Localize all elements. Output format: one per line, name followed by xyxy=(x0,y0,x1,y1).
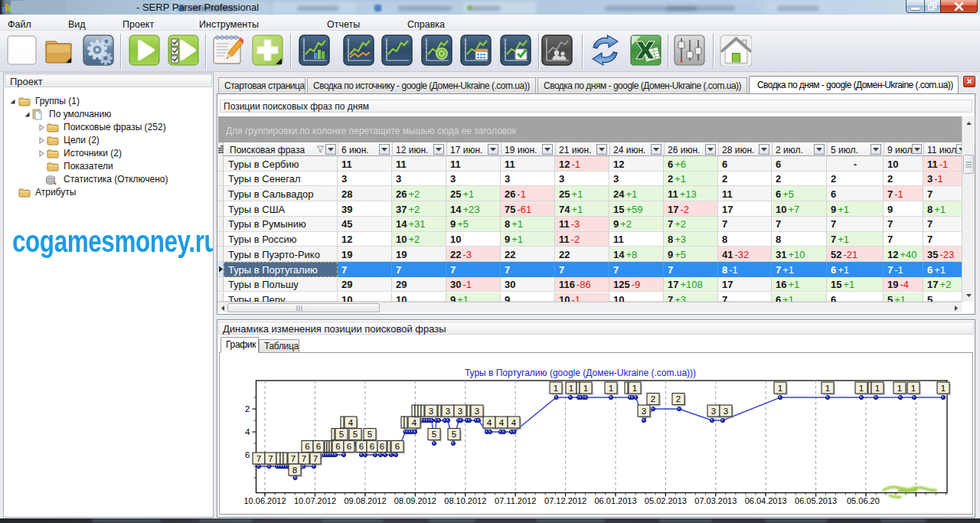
svg-text:08.10.2012: 08.10.2012 xyxy=(444,496,486,505)
svg-text:3: 3 xyxy=(711,407,716,416)
svg-text:5: 5 xyxy=(339,430,344,439)
svg-text:06.05.2013: 06.05.2013 xyxy=(795,496,837,505)
svg-text:1: 1 xyxy=(554,384,558,393)
svg-text:4: 4 xyxy=(511,418,517,427)
svg-text:5: 5 xyxy=(353,430,358,439)
svg-text:2: 2 xyxy=(651,394,655,404)
svg-text:3: 3 xyxy=(458,407,462,416)
svg-text:8: 8 xyxy=(292,466,297,475)
svg-text:1: 1 xyxy=(778,384,782,393)
svg-text:1: 1 xyxy=(583,384,588,393)
svg-text:4: 4 xyxy=(245,427,250,436)
svg-text:05.06.20: 05.06.20 xyxy=(847,496,880,505)
svg-text:6: 6 xyxy=(395,442,400,451)
svg-text:5: 5 xyxy=(368,430,372,439)
svg-text:05.02.2013: 05.02.2013 xyxy=(645,496,687,505)
svg-text:6: 6 xyxy=(305,442,309,451)
svg-text:1: 1 xyxy=(825,384,830,393)
svg-text:3: 3 xyxy=(429,407,433,416)
svg-text:1: 1 xyxy=(859,384,864,393)
svg-text:5: 5 xyxy=(452,430,456,439)
svg-text:1: 1 xyxy=(632,384,637,393)
svg-text:06.01.2013: 06.01.2013 xyxy=(594,496,636,505)
svg-text:5: 5 xyxy=(432,430,436,439)
svg-text:6: 6 xyxy=(335,442,340,451)
svg-text:6: 6 xyxy=(347,442,351,451)
svg-text:1: 1 xyxy=(911,384,916,393)
svg-text:6: 6 xyxy=(316,442,321,451)
svg-text:07.03.2013: 07.03.2013 xyxy=(694,496,737,505)
svg-text:3: 3 xyxy=(724,407,728,416)
svg-text:7: 7 xyxy=(291,454,296,463)
svg-text:7: 7 xyxy=(302,454,306,463)
svg-text:1: 1 xyxy=(941,384,946,393)
svg-text:10.07.2012: 10.07.2012 xyxy=(294,496,336,505)
svg-text:07.11.2012: 07.11.2012 xyxy=(495,496,536,505)
svg-text:06.04.2013: 06.04.2013 xyxy=(745,496,787,505)
svg-text:4: 4 xyxy=(499,418,505,427)
svg-text:6: 6 xyxy=(370,442,374,451)
svg-text:2: 2 xyxy=(245,404,250,413)
svg-text:6: 6 xyxy=(380,442,384,451)
svg-text:09.08.2012: 09.08.2012 xyxy=(344,496,386,505)
svg-text:4: 4 xyxy=(487,418,492,427)
svg-text:1: 1 xyxy=(609,384,613,393)
svg-text:10.06.2012: 10.06.2012 xyxy=(243,496,286,505)
svg-text:3: 3 xyxy=(475,407,479,416)
svg-text:1: 1 xyxy=(897,384,902,393)
svg-text:7: 7 xyxy=(268,454,273,463)
svg-text:7: 7 xyxy=(256,454,261,463)
svg-text:Туры в Португалию (google (Дом: Туры в Португалию (google (Домен-Ukraine… xyxy=(465,368,696,378)
svg-text:6: 6 xyxy=(359,442,364,451)
svg-text:08.09.2012: 08.09.2012 xyxy=(394,496,436,505)
svg-text:4: 4 xyxy=(412,418,417,427)
svg-text:3: 3 xyxy=(642,407,646,416)
svg-text:6: 6 xyxy=(245,450,250,459)
svg-text:07.12.2012: 07.12.2012 xyxy=(544,496,586,505)
svg-text:7: 7 xyxy=(313,454,318,463)
svg-text:4: 4 xyxy=(348,418,354,427)
svg-text:1: 1 xyxy=(569,384,573,393)
svg-text:2: 2 xyxy=(676,394,681,404)
svg-text:1: 1 xyxy=(875,384,880,393)
svg-text:3: 3 xyxy=(446,407,450,416)
